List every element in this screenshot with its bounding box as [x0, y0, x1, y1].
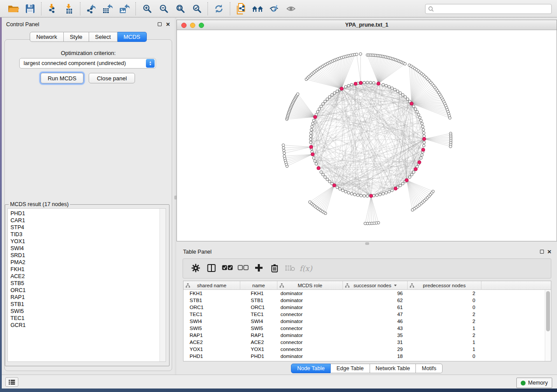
- network-node[interactable]: [283, 155, 286, 158]
- table-row[interactable]: ACE2ACE2connector311: [183, 339, 546, 346]
- network-node[interactable]: [423, 135, 426, 138]
- mcds-dominator-node[interactable]: [405, 179, 408, 182]
- table-row[interactable]: FKH1FKH1dominator962: [183, 290, 546, 297]
- deselect-all-button[interactable]: [235, 261, 250, 276]
- tab-network[interactable]: Network: [30, 32, 64, 42]
- show-eye-button[interactable]: [283, 1, 299, 16]
- network-search-button[interactable]: [249, 1, 266, 16]
- search-input[interactable]: [436, 6, 549, 12]
- table-row[interactable]: RAP1RAP1dominator352: [183, 332, 546, 339]
- network-node[interactable]: [344, 190, 347, 193]
- table-row[interactable]: SWI5SWI5connector431: [183, 325, 546, 332]
- mcds-result-item[interactable]: TID3: [10, 231, 166, 238]
- close-panel-button[interactable]: Close panel: [89, 73, 135, 83]
- network-node[interactable]: [341, 189, 344, 192]
- network-node[interactable]: [322, 103, 324, 105]
- network-node[interactable]: [411, 173, 413, 176]
- mcds-result-item[interactable]: YOX1: [10, 238, 166, 245]
- network-node[interactable]: [328, 180, 331, 183]
- network-node[interactable]: [320, 171, 322, 173]
- mcds-result-item[interactable]: PHD1: [10, 210, 166, 217]
- column-header-predecessor-nodes[interactable]: predecessor nodes: [408, 281, 481, 290]
- optimization-criterion-dropdown[interactable]: largest connected component (undirected)…: [19, 58, 156, 69]
- table-row[interactable]: ORC1ORC1dominator610: [183, 304, 546, 311]
- tab-select[interactable]: Select: [89, 32, 118, 42]
- column-header-MCDS-role[interactable]: MCDS role: [277, 281, 343, 290]
- network-node[interactable]: [404, 96, 407, 98]
- network-node[interactable]: [422, 128, 425, 131]
- network-node[interactable]: [419, 116, 421, 119]
- tab-motifs[interactable]: Motifs: [416, 364, 442, 373]
- network-node[interactable]: [449, 117, 451, 119]
- network-node[interactable]: [331, 93, 333, 96]
- table-close-icon[interactable]: ✕: [547, 249, 552, 254]
- mcds-dominator-node[interactable]: [414, 168, 418, 171]
- mcds-dominator-node[interactable]: [317, 166, 320, 170]
- mcds-result-item[interactable]: PMA2: [10, 259, 166, 266]
- network-node[interactable]: [412, 171, 415, 173]
- mcds-dominator-node[interactable]: [314, 115, 317, 119]
- settings-gear-button[interactable]: [188, 261, 203, 276]
- open-folder-button[interactable]: [5, 1, 22, 16]
- network-node[interactable]: [363, 195, 366, 197]
- network-node[interactable]: [364, 222, 367, 225]
- network-node[interactable]: [322, 173, 324, 176]
- network-node[interactable]: [412, 105, 415, 108]
- network-node[interactable]: [391, 189, 393, 192]
- save-button[interactable]: [22, 1, 38, 16]
- close-panel-icon[interactable]: ✕: [165, 21, 171, 27]
- mcds-list-scrollbar[interactable]: [159, 209, 166, 361]
- network-node[interactable]: [411, 209, 414, 211]
- share-document-button[interactable]: [233, 1, 249, 16]
- mcds-result-item[interactable]: SWI5: [10, 308, 166, 315]
- network-node[interactable]: [324, 100, 326, 103]
- network-node[interactable]: [324, 176, 326, 179]
- mcds-result-item[interactable]: STB1: [10, 301, 166, 308]
- refresh-button[interactable]: [211, 1, 227, 16]
- memory-button[interactable]: Memory: [516, 378, 552, 388]
- network-node[interactable]: [366, 195, 369, 197]
- network-node[interactable]: [333, 92, 336, 94]
- network-node[interactable]: [406, 98, 409, 100]
- network-node[interactable]: [366, 81, 369, 84]
- run-mcds-button[interactable]: Run MCDS: [41, 73, 83, 83]
- table-scrollbar[interactable]: [545, 290, 551, 361]
- mcds-result-item[interactable]: CAR1: [10, 217, 166, 224]
- network-node[interactable]: [311, 122, 314, 125]
- network-node[interactable]: [404, 62, 406, 65]
- network-node[interactable]: [394, 88, 396, 91]
- mcds-dominator-node[interactable]: [422, 148, 425, 151]
- mcds-dominator-node[interactable]: [369, 194, 373, 198]
- mcds-dominator-node[interactable]: [422, 137, 426, 141]
- mcds-dominator-node[interactable]: [332, 184, 336, 187]
- network-node[interactable]: [396, 90, 399, 93]
- export-network-button[interactable]: [83, 1, 100, 16]
- network-node[interactable]: [310, 131, 312, 134]
- network-node[interactable]: [353, 193, 356, 196]
- mcds-result-item[interactable]: SRD1: [10, 252, 166, 259]
- zoom-fit-button[interactable]: [172, 1, 188, 16]
- network-node[interactable]: [421, 154, 423, 156]
- network-node[interactable]: [401, 93, 404, 96]
- mcds-dominator-node[interactable]: [377, 82, 380, 86]
- zoom-in-button[interactable]: [138, 1, 155, 16]
- column-header-shared-name[interactable]: shared name: [183, 281, 240, 290]
- network-node[interactable]: [388, 86, 391, 88]
- network-node[interactable]: [344, 86, 347, 88]
- network-node[interactable]: [297, 93, 299, 95]
- network-node[interactable]: [385, 192, 387, 194]
- tab-network-table[interactable]: Network Table: [370, 364, 416, 373]
- network-node[interactable]: [376, 194, 378, 196]
- import-table-button[interactable]: [61, 1, 77, 16]
- network-node[interactable]: [309, 141, 312, 144]
- network-node[interactable]: [372, 82, 375, 84]
- network-node[interactable]: [382, 193, 384, 195]
- network-node[interactable]: [347, 84, 350, 87]
- network-node[interactable]: [318, 108, 321, 110]
- network-node[interactable]: [356, 194, 359, 196]
- column-header-name[interactable]: name: [240, 281, 277, 290]
- network-node[interactable]: [399, 184, 401, 187]
- network-graph[interactable]: [177, 30, 557, 241]
- split-columns-button[interactable]: [204, 261, 219, 276]
- network-node[interactable]: [359, 53, 362, 55]
